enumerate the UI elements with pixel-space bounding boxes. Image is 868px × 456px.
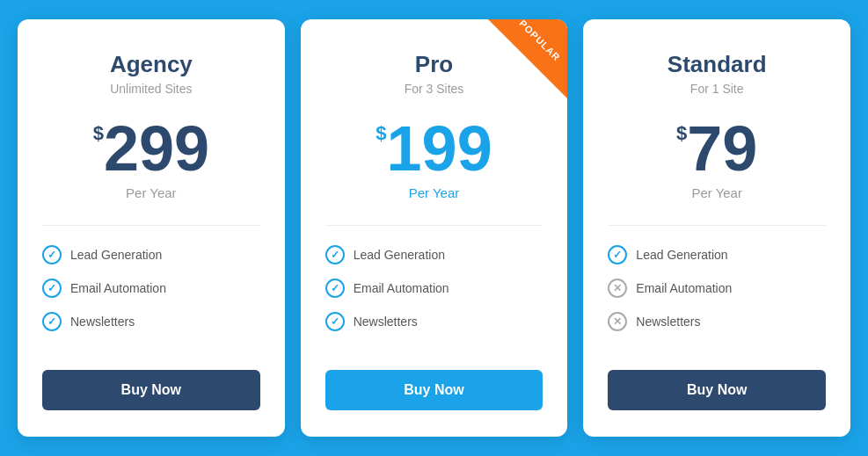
feature-label: Email Automation (70, 281, 166, 295)
popular-badge-text: POPULAR (514, 19, 565, 66)
features-list: Lead Generation Email Automation Newslet… (42, 245, 260, 345)
feature-label: Email Automation (636, 281, 732, 295)
price-block: $ 79 (676, 117, 757, 180)
cross-icon (608, 312, 627, 331)
pricing-card-standard: Standard For 1 Site $ 79 Per Year Lead G… (583, 19, 850, 437)
divider (42, 225, 260, 226)
check-icon (42, 279, 62, 298)
price-amount: 79 (687, 117, 757, 180)
feature-item: Email Automation (42, 279, 260, 298)
feature-label: Newsletters (636, 315, 700, 329)
features-list: Lead Generation Email Automation Newslet… (608, 245, 826, 345)
plan-subtitle: For 3 Sites (405, 82, 464, 96)
buy-button-standard[interactable]: Buy Now (608, 370, 826, 410)
divider (325, 225, 543, 226)
check-icon (325, 312, 345, 331)
plan-name: Agency (110, 51, 193, 78)
feature-item: Newsletters (42, 312, 260, 331)
pricing-wrapper: Agency Unlimited Sites $ 299 Per Year Le… (18, 19, 850, 437)
buy-button-pro[interactable]: Buy Now (325, 370, 543, 410)
buy-button-agency[interactable]: Buy Now (42, 370, 260, 410)
check-icon (42, 312, 62, 331)
features-list: Lead Generation Email Automation Newslet… (325, 245, 543, 345)
feature-item: Newsletters (325, 312, 543, 331)
feature-item: Email Automation (325, 279, 543, 298)
price-block: $ 199 (376, 117, 492, 180)
price-amount: 299 (104, 117, 209, 180)
plan-name: Standard (667, 51, 767, 78)
feature-label: Lead Generation (354, 248, 445, 262)
feature-item: Lead Generation (325, 245, 543, 264)
check-icon (42, 245, 62, 264)
feature-item: Lead Generation (42, 245, 260, 264)
cross-icon (608, 279, 627, 298)
plan-name: Pro (415, 51, 453, 78)
price-block: $ 299 (93, 117, 209, 180)
feature-label: Lead Generation (636, 248, 727, 262)
pricing-card-pro: POPULAR Pro For 3 Sites $ 199 Per Year L… (301, 19, 568, 437)
feature-item: Lead Generation (608, 245, 826, 264)
price-dollar: $ (676, 124, 687, 143)
plan-subtitle: Unlimited Sites (110, 82, 192, 96)
popular-badge: POPULAR (488, 19, 567, 98)
feature-label: Newsletters (70, 315, 135, 329)
check-icon (325, 245, 345, 264)
price-amount: 199 (387, 117, 492, 180)
plan-subtitle: For 1 Site (690, 82, 744, 96)
price-period: Per Year (691, 185, 742, 200)
pricing-card-agency: Agency Unlimited Sites $ 299 Per Year Le… (18, 19, 285, 437)
feature-item: Email Automation (608, 279, 826, 298)
feature-item: Newsletters (608, 312, 826, 331)
check-icon (325, 279, 345, 298)
price-period: Per Year (126, 185, 177, 200)
price-period: Per Year (409, 185, 460, 200)
price-dollar: $ (376, 124, 386, 143)
feature-label: Email Automation (354, 281, 449, 295)
price-dollar: $ (93, 124, 104, 143)
divider (608, 225, 826, 226)
feature-label: Lead Generation (70, 248, 162, 262)
check-icon (608, 245, 627, 264)
feature-label: Newsletters (354, 315, 418, 329)
